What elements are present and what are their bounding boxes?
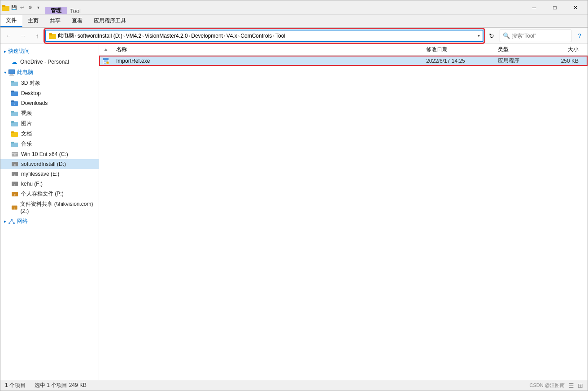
- address-path: 此电脑 › softwordInstall (D:) › VM4.2 › Vis…: [58, 32, 476, 39]
- svg-rect-4: [49, 33, 52, 35]
- search-icon: 🔍: [503, 32, 510, 39]
- dropdown-icon[interactable]: ▾: [35, 4, 42, 11]
- drive-c-icon: C: [11, 151, 18, 158]
- search-input[interactable]: [512, 33, 568, 39]
- search-box[interactable]: 🔍: [500, 30, 571, 42]
- path-visionmaster[interactable]: VisionMaster4.2.0: [145, 33, 188, 39]
- sidebar-quick-access[interactable]: ▸ 快速访问: [0, 46, 99, 57]
- tab-management[interactable]: 管理: [45, 7, 67, 14]
- svg-rect-9: [11, 81, 14, 83]
- content-area: 名称 修改日期 类型 大小: [99, 44, 588, 380]
- path-development[interactable]: Development: [191, 33, 223, 39]
- sidebar-item-drive-c[interactable]: C Win 10 Ent x64 (C:): [0, 149, 99, 159]
- ribbon-tab-apptools[interactable]: 应用程序工具: [88, 15, 132, 27]
- address-bar[interactable]: 此电脑 › softwordInstall (D:) › VM4.2 › Vis…: [45, 30, 483, 42]
- grid-view-icon[interactable]: ⊞: [578, 382, 583, 389]
- undo-icon[interactable]: ↩: [18, 4, 26, 11]
- svg-rect-5: [9, 70, 15, 74]
- help-button[interactable]: ?: [573, 30, 586, 42]
- drive-z-icon: Z: [11, 204, 17, 211]
- network-icon: [8, 218, 15, 225]
- back-button[interactable]: ←: [2, 30, 15, 42]
- app-icon: [2, 4, 9, 11]
- path-tool[interactable]: Tool: [275, 33, 285, 39]
- path-comcontrols[interactable]: ComControls: [240, 33, 272, 39]
- svg-text:D: D: [14, 164, 16, 166]
- svg-text:↓: ↓: [13, 102, 15, 105]
- status-selected: 选中 1 个项目 249 KB: [35, 382, 87, 389]
- column-size[interactable]: 大小: [552, 46, 588, 53]
- file-row[interactable]: ImportRef.exe 2022/6/17 14:25 应用程序 250 K…: [99, 56, 588, 66]
- path-this-pc[interactable]: 此电脑: [58, 32, 74, 39]
- path-softword[interactable]: softwordInstall (D:): [78, 33, 122, 39]
- sidebar-onedrive-label: OneDrive - Personal: [20, 59, 69, 65]
- svg-point-48: [107, 62, 109, 63]
- up-button[interactable]: ↑: [31, 30, 44, 42]
- svg-rect-18: [11, 121, 14, 123]
- list-view-icon[interactable]: ☰: [568, 382, 574, 389]
- path-v4x[interactable]: V4.x: [226, 33, 237, 39]
- svg-rect-20: [11, 131, 14, 133]
- ribbon-tab-view[interactable]: 查看: [66, 15, 88, 27]
- sidebar-item-pictures[interactable]: 图片: [0, 118, 99, 129]
- sidebar-item-drive-e[interactable]: E myfilessave (E:): [0, 169, 99, 179]
- status-right: CSDN @汪图南 ☰ ⊞: [530, 382, 583, 389]
- file-type: 应用程序: [498, 57, 552, 65]
- sidebar-network[interactable]: ▸ 网络: [0, 216, 99, 227]
- maximize-button[interactable]: □: [544, 0, 565, 15]
- status-item-count: 1 个项目: [5, 382, 26, 389]
- ribbon-tab-file[interactable]: 文件: [0, 15, 22, 27]
- folder-3d-icon: [11, 80, 18, 87]
- forward-button[interactable]: →: [17, 30, 29, 42]
- main-area: ▸ 快速访问 ☁ OneDrive - Personal ▾ 此电脑: [0, 44, 588, 380]
- quick-save-icon[interactable]: 💾: [10, 4, 17, 11]
- pc-icon: [8, 69, 15, 76]
- refresh-button[interactable]: ↻: [485, 30, 498, 42]
- sidebar-item-documents[interactable]: 文档: [0, 129, 99, 139]
- file-icon-cell: [99, 57, 113, 65]
- svg-marker-41: [104, 48, 108, 51]
- ribbon-tab-home[interactable]: 主页: [22, 15, 44, 27]
- file-date: 2022/6/17 14:25: [426, 58, 498, 64]
- sidebar-item-downloads[interactable]: ↓ Downloads: [0, 98, 99, 108]
- drive-f-icon: F: [11, 180, 18, 187]
- address-dropdown-icon[interactable]: ▾: [478, 33, 480, 38]
- folder-video-icon: [11, 110, 18, 117]
- minimize-button[interactable]: ─: [524, 0, 544, 15]
- ribbon-tab-share[interactable]: 共享: [44, 15, 66, 27]
- properties-icon[interactable]: ⚙: [26, 4, 34, 11]
- drive-p-icon: P: [11, 191, 18, 198]
- close-button[interactable]: ✕: [565, 0, 586, 15]
- svg-text:C: C: [14, 154, 16, 156]
- svg-rect-1: [2, 7, 9, 11]
- sidebar: ▸ 快速访问 ☁ OneDrive - Personal ▾ 此电脑: [0, 44, 99, 380]
- sidebar-item-onedrive[interactable]: ☁ OneDrive - Personal: [0, 57, 99, 67]
- sidebar-item-video[interactable]: 视频: [0, 108, 99, 118]
- svg-rect-22: [11, 142, 14, 143]
- column-date[interactable]: 修改日期: [426, 46, 498, 53]
- sidebar-this-pc-label: 此电脑: [17, 69, 33, 76]
- sidebar-item-music[interactable]: 音乐: [0, 139, 99, 149]
- chevron-right-icon-network: ▸: [4, 219, 6, 224]
- svg-rect-16: [11, 111, 14, 113]
- sidebar-item-desktop[interactable]: Desktop: [0, 88, 99, 98]
- sidebar-item-3d[interactable]: 3D 对象: [0, 78, 99, 88]
- ribbon: 文件 主页 共享 查看 应用程序工具: [0, 15, 588, 28]
- folder-desktop-icon: [11, 90, 18, 97]
- sidebar-item-drive-d[interactable]: D softwordInstall (D:): [0, 159, 99, 169]
- column-headers: 名称 修改日期 类型 大小: [99, 44, 588, 56]
- sidebar-item-drive-z[interactable]: Z 文件资料共享 (\\hikvision.com) (Z:): [0, 199, 99, 216]
- file-name: ImportRef.exe: [113, 58, 426, 64]
- status-bar: 1 个项目 选中 1 个项目 249 KB CSDN @汪图南 ☰ ⊞: [0, 380, 588, 391]
- column-type[interactable]: 类型: [498, 46, 552, 53]
- folder-pictures-icon: [11, 120, 18, 127]
- sidebar-item-drive-p[interactable]: P 个人存档文件 (P:): [0, 189, 99, 199]
- watermark: CSDN @汪图南: [530, 382, 565, 389]
- file-explorer-window: 💾 ↩ ⚙ ▾ 管理 Tool ─ □ ✕ 文件 主页 共享 查看 应用程序工具…: [0, 0, 588, 391]
- sidebar-item-drive-f[interactable]: F kehu (F:): [0, 179, 99, 189]
- window-controls: ─ □ ✕: [524, 0, 586, 15]
- svg-rect-2: [2, 5, 5, 7]
- column-name[interactable]: 名称: [113, 46, 426, 53]
- path-vm42[interactable]: VM4.2: [126, 33, 141, 39]
- sidebar-this-pc[interactable]: ▾ 此电脑: [0, 67, 99, 78]
